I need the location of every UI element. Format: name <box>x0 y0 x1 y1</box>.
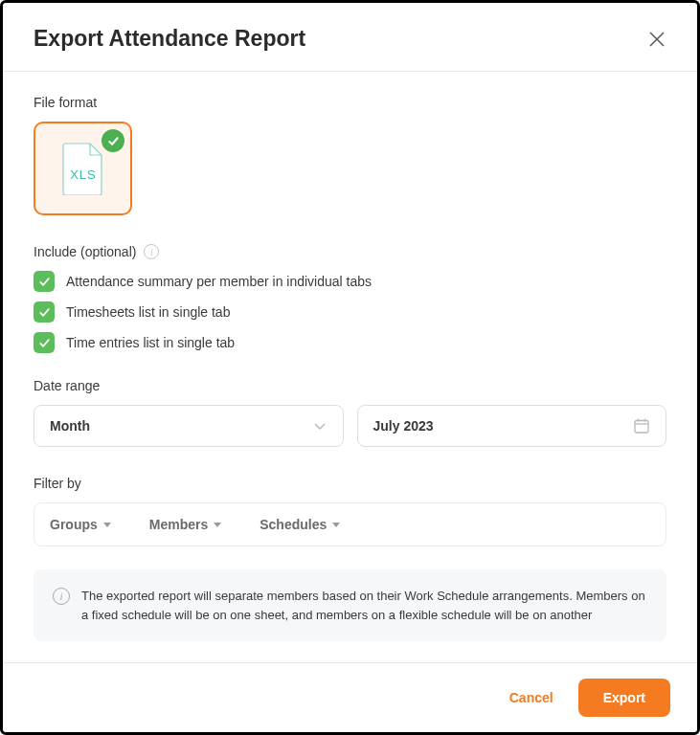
check-icon <box>38 276 51 288</box>
info-note-text: The exported report will separate member… <box>81 587 647 624</box>
checkbox-time-entries[interactable] <box>34 332 55 353</box>
include-option-label: Attendance summary per member in individ… <box>66 274 372 289</box>
check-icon <box>38 306 51 319</box>
filter-by-label: Filter by <box>34 476 666 491</box>
file-format-xls[interactable]: XLS <box>34 122 132 215</box>
xls-file-icon: XLS <box>62 142 104 195</box>
info-icon[interactable]: i <box>144 244 159 259</box>
file-format-label: File format <box>34 95 666 110</box>
info-icon: i <box>53 588 70 605</box>
caret-down-icon <box>332 523 340 527</box>
caret-down-icon <box>214 523 221 527</box>
period-value-picker[interactable]: July 2023 <box>357 405 667 447</box>
include-option: Timesheets list in single tab <box>34 301 666 323</box>
cancel-button[interactable]: Cancel <box>492 680 571 715</box>
filter-members[interactable]: Members <box>149 517 221 532</box>
filter-schedules[interactable]: Schedules <box>260 517 340 532</box>
modal-footer: Cancel Export <box>3 662 697 732</box>
calendar-icon <box>633 417 650 434</box>
modal-body: File format XLS Include (optional) i <box>3 72 697 662</box>
include-option: Attendance summary per member in individ… <box>34 271 666 292</box>
export-modal: Export Attendance Report File format XLS <box>0 0 700 735</box>
modal-header: Export Attendance Report <box>3 3 697 72</box>
close-button[interactable] <box>647 30 666 49</box>
include-label: Include (optional) i <box>34 244 666 259</box>
export-button[interactable]: Export <box>578 679 670 717</box>
include-options: Attendance summary per member in individ… <box>34 271 666 353</box>
checkbox-timesheets[interactable] <box>34 301 55 323</box>
filter-groups[interactable]: Groups <box>50 517 111 532</box>
include-option-label: Timesheets list in single tab <box>66 304 230 320</box>
period-value: July 2023 <box>373 418 434 434</box>
checkbox-attendance-summary[interactable] <box>34 271 55 292</box>
check-icon <box>107 135 120 147</box>
format-selected-badge <box>102 129 124 152</box>
date-range-label: Date range <box>34 378 666 393</box>
include-option-label: Time entries list in single tab <box>66 335 235 350</box>
close-icon <box>648 31 666 48</box>
include-option: Time entries list in single tab <box>34 332 666 353</box>
info-note: i The exported report will separate memb… <box>34 569 666 641</box>
filter-bar: Groups Members Schedules <box>34 502 666 546</box>
svg-text:XLS: XLS <box>70 167 97 182</box>
date-range-row: Month July 2023 <box>34 405 666 447</box>
svg-rect-3 <box>635 421 648 434</box>
caret-down-icon <box>103 523 111 527</box>
period-type-select[interactable]: Month <box>34 405 344 447</box>
period-type-value: Month <box>50 418 90 434</box>
chevron-down-icon <box>312 418 327 434</box>
modal-title: Export Attendance Report <box>34 26 305 52</box>
check-icon <box>38 337 51 349</box>
